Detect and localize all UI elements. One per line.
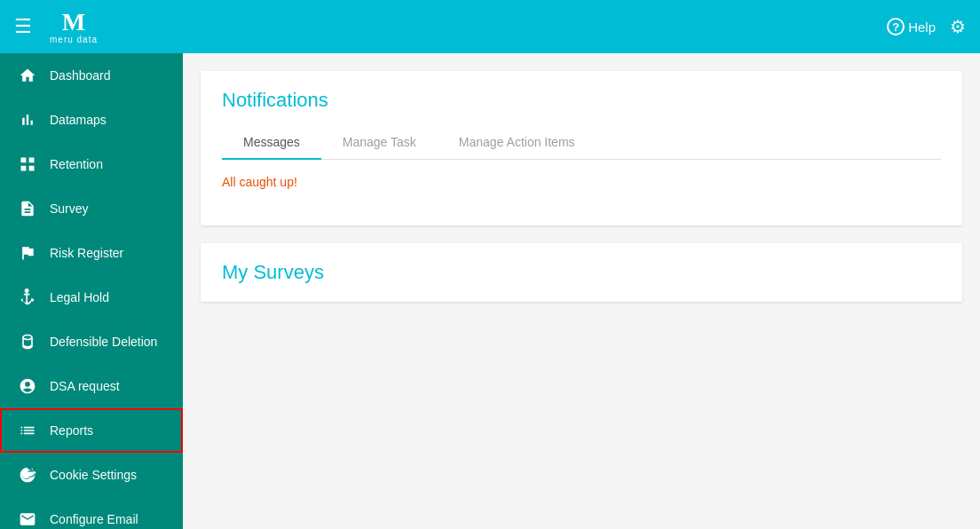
grid-icon [18,154,37,174]
sidebar-label-reports: Reports [50,423,93,438]
person-circle-icon [18,376,37,396]
sidebar-label-risk-register: Risk Register [50,246,123,260]
sidebar-label-defensible-deletion: Defensible Deletion [50,335,157,349]
topbar: ☰ M meru data ? Help ⚙ [0,0,980,53]
sidebar-item-configure-email[interactable]: Configure Email [0,497,183,529]
tab-manage-action-items[interactable]: Manage Action Items [438,126,597,160]
sidebar-label-dashboard: Dashboard [50,68,111,83]
logo: M meru data [50,10,98,44]
layout: Dashboard Datamaps Retention Survey [0,53,980,529]
cookie-icon [18,465,37,485]
sidebar-label-survey: Survey [50,201,89,216]
sidebar-item-dashboard[interactable]: Dashboard [0,53,183,98]
sidebar-item-dsa-request[interactable]: DSA request [0,364,183,408]
tab-manage-task[interactable]: Manage Task [321,126,438,160]
sidebar-label-configure-email: Configure Email [50,512,138,526]
help-button[interactable]: ? Help [887,18,936,36]
chart-icon [18,110,37,130]
logo-letter: M [62,10,85,35]
all-caught-up-message: All caught up! [222,175,297,189]
home-icon [18,66,37,85]
sidebar-label-dsa-request: DSA request [50,379,120,393]
sidebar-label-cookie-settings: Cookie Settings [50,468,137,482]
sidebar-item-cookie-settings[interactable]: Cookie Settings [0,453,183,497]
sidebar-label-legal-hold: Legal Hold [50,290,109,304]
tab-messages[interactable]: Messages [222,126,321,160]
settings-icon[interactable]: ⚙ [950,16,966,37]
logo-text: meru data [50,35,98,44]
sidebar-item-reports[interactable]: Reports [0,408,183,453]
notifications-tabs: Messages Manage Task Manage Action Items [222,126,941,160]
sidebar-item-survey[interactable]: Survey [0,186,183,231]
surveys-title: My Surveys [222,261,941,284]
help-icon: ? [887,18,905,36]
topbar-right: ? Help ⚙ [887,16,966,37]
sidebar-item-risk-register[interactable]: Risk Register [0,231,183,275]
sidebar: Dashboard Datamaps Retention Survey [0,53,183,529]
sidebar-label-datamaps: Datamaps [50,113,107,127]
envelope-icon [18,509,37,529]
sidebar-item-datamaps[interactable]: Datamaps [0,98,183,142]
sidebar-item-defensible-deletion[interactable]: Defensible Deletion [0,320,183,364]
sidebar-item-legal-hold[interactable]: Legal Hold [0,275,183,320]
notifications-title: Notifications [222,89,941,112]
flag-icon [18,243,37,263]
file-icon [18,199,37,218]
notifications-header: Notifications Messages Manage Task Manag… [201,71,962,160]
main-content: Notifications Messages Manage Task Manag… [183,53,980,529]
surveys-panel: My Surveys [201,243,962,302]
reports-icon [18,421,37,440]
help-label: Help [908,20,936,35]
sidebar-label-retention: Retention [50,157,103,171]
anchor-icon [18,288,37,307]
cylinder-icon [18,332,37,351]
sidebar-item-retention[interactable]: Retention [0,142,183,186]
menu-icon[interactable]: ☰ [14,17,32,36]
notifications-body: All caught up! [201,160,962,225]
notifications-panel: Notifications Messages Manage Task Manag… [201,71,962,225]
